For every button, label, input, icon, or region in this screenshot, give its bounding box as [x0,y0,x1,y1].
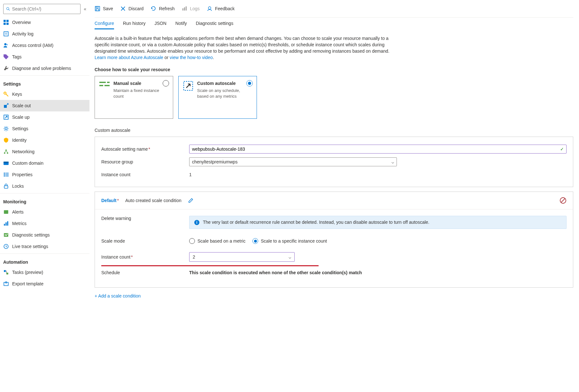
nav-scale-out[interactable]: Scale out [0,100,89,111]
svg-rect-43 [99,82,106,83]
svg-point-15 [5,128,7,130]
condition-title: Default [101,198,116,203]
nav-label: Tags [12,54,22,59]
gear-icon [3,126,9,132]
scale-mode-label: Scale mode [101,238,189,244]
svg-rect-45 [99,85,103,86]
domain-icon [3,160,9,166]
btn-label: Discard [128,6,143,11]
nav-diagnostic-settings[interactable]: Diagnostic settings [0,229,89,241]
radio-custom[interactable] [246,80,253,87]
svg-rect-34 [95,6,100,11]
tab-run-history[interactable]: Run history [123,21,146,29]
tab-json[interactable]: JSON [155,21,166,29]
radio-label: Scale based on a metric [197,238,245,244]
nav-tags[interactable]: Tags [0,51,89,63]
desc-or: or [165,55,170,60]
btn-label: Logs [190,6,199,11]
nav-tasks[interactable]: Tasks (preview) [0,267,89,278]
description: Autoscale is a built-in feature that hel… [95,35,401,61]
nav-networking[interactable]: Networking [0,146,89,157]
section-monitoring: Monitoring [0,193,89,206]
nav-locks[interactable]: Locks [0,180,89,192]
svg-rect-25 [4,210,8,214]
learn-more-link[interactable]: Learn more about Azure Autoscale [95,55,163,60]
nav-label: Scale up [12,115,29,120]
svg-rect-24 [4,186,8,188]
svg-text:i: i [196,220,197,225]
name-label: Autoscale setting name* [101,147,189,152]
svg-rect-13 [4,105,7,108]
delete-warning-text: The very last or default recurrence rule… [203,219,429,225]
nav-scale-up[interactable]: Scale up [0,111,89,123]
discard-icon [120,6,126,11]
svg-rect-21 [4,172,4,177]
search-input[interactable] [12,6,78,11]
nav-diagnose[interactable]: Diagnose and solve problems [0,63,89,74]
discard-button[interactable]: Discard [120,6,143,11]
nav-label: Scale out [12,103,31,108]
btn-label: Save [103,6,113,11]
delete-warning-label: Delete warning [101,216,189,221]
card-manual-scale[interactable]: Manual scale Maintain a fixed instance c… [95,76,173,119]
nav-label: Identity [12,138,27,143]
schedule-label: Schedule [101,270,189,275]
identity-icon [3,137,9,143]
svg-point-16 [5,149,7,151]
nav-keys[interactable]: Keys [0,88,89,100]
svg-line-1 [9,10,10,11]
key-icon [3,91,9,97]
main-content: Save Discard Refresh Logs Feedback Confi… [89,0,579,392]
nav-label: Export template [12,281,43,286]
nav-label: Tasks (preview) [12,270,43,275]
svg-rect-40 [184,7,185,11]
svg-rect-46 [104,85,110,86]
schedule-text: This scale condition is executed when no… [189,270,362,275]
nav-activity-log[interactable]: Activity log [0,28,89,40]
tab-notify[interactable]: Notify [175,21,187,29]
edit-icon[interactable] [188,198,194,203]
feedback-button[interactable]: Feedback [207,6,235,11]
diag-icon [3,232,9,238]
nav-label: Networking [12,149,35,154]
cond-instance-count-select[interactable]: 2 ⌵ [189,252,295,262]
export-icon [3,281,9,287]
tab-diagnostic-settings[interactable]: Diagnostic settings [196,21,234,29]
svg-rect-41 [186,6,187,11]
search-box[interactable] [3,4,81,14]
nav-custom-domain[interactable]: Custom domain [0,157,89,169]
svg-point-9 [4,43,6,45]
nav-metrics[interactable]: Metrics [0,218,89,229]
collapse-sidebar-icon[interactable]: « [84,6,86,11]
nav-settings[interactable]: Settings [0,123,89,134]
properties-icon [3,172,9,177]
autoscale-name-input[interactable] [189,145,567,154]
chevron-down-icon: ⌵ [391,159,394,164]
nav-access-control[interactable]: Access control (IAM) [0,40,89,51]
nav-live-trace[interactable]: Live trace settings [0,241,89,252]
card-custom-autoscale[interactable]: Custom autoscale Scale on any schedule, … [178,76,257,119]
nav-alerts[interactable]: Alerts [0,206,89,218]
choose-heading: Choose how to scale your resource [95,67,573,72]
refresh-button[interactable]: Refresh [151,6,174,11]
desc-period: . [213,55,214,60]
chevron-down-icon: ⌵ [289,254,291,260]
tab-configure[interactable]: Configure [95,21,114,29]
howto-link[interactable]: view the how-to video [170,55,213,60]
nav-properties[interactable]: Properties [0,169,89,180]
svg-point-17 [4,152,5,154]
nav-overview[interactable]: Overview [0,17,89,28]
save-button[interactable]: Save [95,6,113,11]
logs-icon [181,6,187,11]
radio-scale-specific[interactable]: Scale to a specific instance count [252,238,327,244]
nav-identity[interactable]: Identity [0,134,89,146]
radio-scale-metric[interactable]: Scale based on a metric [189,238,245,244]
resource-group-select[interactable]: chenyltestpremiumwps ⌵ [189,157,397,166]
svg-rect-44 [107,82,110,83]
svg-rect-35 [96,6,98,8]
lock-icon [3,183,9,189]
add-scale-condition-link[interactable]: + Add a scale condition [95,293,141,298]
nav-export-template[interactable]: Export template [0,278,89,290]
radio-manual[interactable] [163,80,169,87]
svg-rect-28 [7,221,8,226]
